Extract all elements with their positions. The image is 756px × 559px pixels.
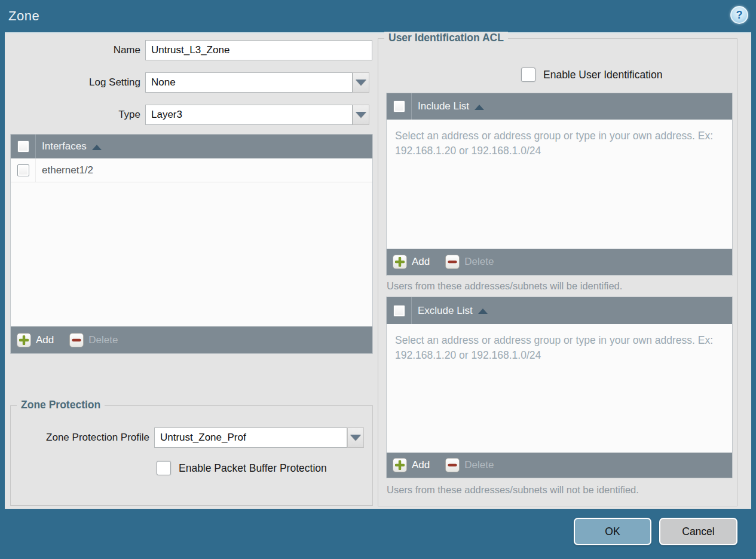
- include-list-table: Include List Select an address or addres…: [386, 93, 733, 276]
- add-button[interactable]: Add: [393, 255, 430, 269]
- cancel-button[interactable]: Cancel: [659, 518, 737, 545]
- enable-user-identification-row: Enable User Identification: [521, 68, 662, 82]
- cancel-button-label: Cancel: [682, 526, 714, 538]
- delete-button-label: Delete: [464, 256, 494, 268]
- log-setting-input[interactable]: [145, 72, 353, 93]
- plus-icon: [393, 458, 407, 472]
- interfaces-table-body: ethernet1/2: [11, 158, 372, 326]
- zone-protection-profile-label: Zone Protection Profile: [16, 427, 149, 448]
- ok-button-label: OK: [605, 526, 620, 538]
- type-label: Type: [5, 105, 140, 125]
- add-button[interactable]: Add: [17, 333, 54, 347]
- log-setting-dropdown-button[interactable]: [353, 72, 369, 93]
- zone-protection-legend: Zone Protection: [17, 399, 105, 411]
- chevron-down-icon: [356, 112, 366, 118]
- type-input[interactable]: [145, 105, 353, 125]
- sort-ascending-icon: [92, 145, 102, 150]
- minus-icon: [445, 255, 460, 269]
- exclude-list-placeholder: Select an address or address group or ty…: [387, 324, 732, 363]
- dialog-body-panel: Name Log Setting Type Interfaces: [5, 32, 751, 509]
- include-list-caption: Users from these addresses/subnets will …: [387, 280, 622, 292]
- minus-icon: [69, 333, 84, 347]
- minus-icon: [445, 458, 460, 472]
- plus-icon: [17, 333, 31, 347]
- plus-icon: [393, 255, 407, 269]
- interfaces-table-header[interactable]: Interfaces: [11, 135, 372, 158]
- interface-name: ethernet1/2: [42, 164, 93, 176]
- row-checkbox[interactable]: [17, 164, 29, 176]
- zone-protection-profile-dropdown-button[interactable]: [347, 427, 364, 448]
- add-button[interactable]: Add: [393, 458, 430, 472]
- help-glyph: ?: [736, 10, 743, 20]
- type-dropdown-button[interactable]: [353, 105, 369, 125]
- exclude-list-body[interactable]: Select an address or address group or ty…: [387, 324, 732, 453]
- interfaces-table-footer: Add Delete: [11, 326, 372, 353]
- delete-button-label: Delete: [88, 334, 118, 346]
- exclude-list-column-header: Exclude List: [418, 305, 473, 317]
- interfaces-table: Interfaces ethernet1/2 Add: [10, 134, 373, 354]
- zone-protection-profile-input[interactable]: [154, 427, 347, 448]
- packet-buffer-protection-row: Enable Packet Buffer Protection: [157, 461, 327, 475]
- interfaces-column-header: Interfaces: [42, 140, 87, 152]
- include-list-placeholder: Select an address or address group or ty…: [387, 120, 732, 158]
- chevron-down-icon: [350, 435, 361, 441]
- enable-packet-buffer-protection-checkbox[interactable]: [157, 461, 171, 475]
- select-all-checkbox[interactable]: [17, 140, 29, 152]
- packet-buffer-protection-label: Enable Packet Buffer Protection: [179, 462, 327, 475]
- dialog-titlebar: Zone ?: [0, 0, 756, 32]
- include-list-footer: Add Delete: [387, 249, 732, 275]
- ok-button[interactable]: OK: [574, 518, 651, 545]
- user-identification-acl-legend: User Identification ACL: [384, 32, 508, 44]
- include-list-body[interactable]: Select an address or address group or ty…: [387, 120, 732, 249]
- delete-button[interactable]: Delete: [445, 255, 494, 269]
- delete-button[interactable]: Delete: [69, 333, 118, 347]
- exclude-list-header[interactable]: Exclude List: [387, 297, 732, 324]
- add-button-label: Add: [36, 334, 54, 346]
- delete-button-label: Delete: [464, 459, 494, 471]
- sort-ascending-icon: [475, 105, 484, 110]
- zone-dialog: Zone ? Name Log Setting Type Interfaces: [0, 0, 756, 559]
- exclude-list-caption: Users from these addresses/subnets will …: [387, 484, 639, 496]
- include-header-checkbox-cell: [387, 93, 412, 120]
- help-icon[interactable]: ?: [730, 6, 748, 24]
- exclude-header-checkbox-cell: [387, 297, 412, 324]
- chevron-down-icon: [356, 80, 366, 85]
- table-row[interactable]: ethernet1/2: [11, 158, 372, 182]
- add-button-label: Add: [412, 256, 430, 268]
- exclude-list-footer: Add Delete: [387, 453, 732, 478]
- row-checkbox-cell: [11, 158, 36, 182]
- name-label: Name: [5, 40, 140, 60]
- exclude-list-table: Exclude List Select an address or addres…: [386, 297, 733, 478]
- name-input[interactable]: [145, 40, 372, 60]
- sort-ascending-icon: [478, 308, 488, 314]
- select-all-checkbox[interactable]: [393, 100, 405, 112]
- interfaces-header-checkbox-cell: [11, 135, 36, 158]
- select-all-checkbox[interactable]: [393, 305, 405, 317]
- enable-user-identification-label: Enable User Identification: [543, 69, 662, 81]
- add-button-label: Add: [412, 459, 430, 471]
- include-list-column-header: Include List: [418, 100, 469, 112]
- dialog-title: Zone: [8, 8, 39, 24]
- zone-protection-section: Zone Protection Zone Protection Profile …: [10, 405, 373, 506]
- log-setting-label: Log Setting: [5, 72, 140, 93]
- delete-button[interactable]: Delete: [445, 458, 494, 472]
- include-list-header[interactable]: Include List: [387, 93, 732, 120]
- user-identification-acl-section: User Identification ACL Enable User Iden…: [378, 38, 737, 506]
- enable-user-identification-checkbox[interactable]: [521, 68, 535, 82]
